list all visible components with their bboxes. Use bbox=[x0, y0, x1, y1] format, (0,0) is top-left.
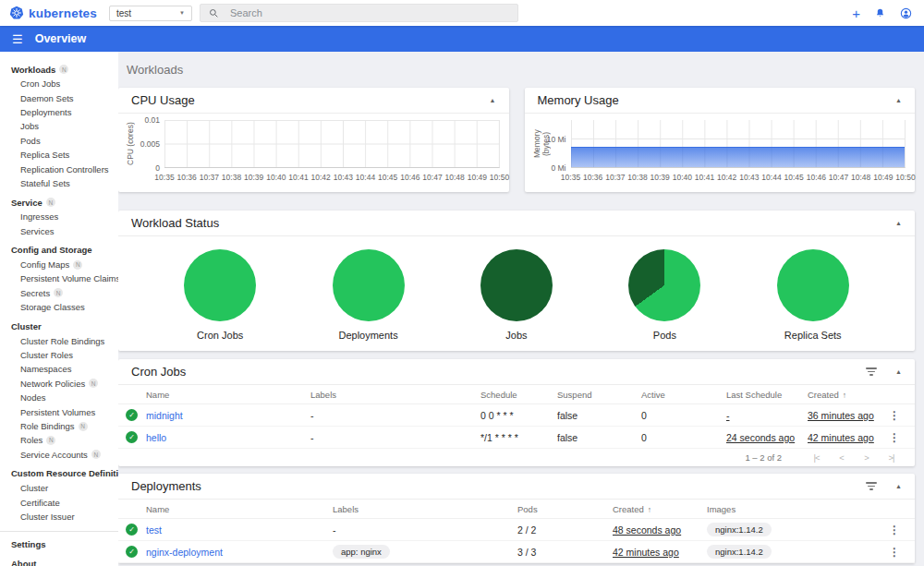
column-header-last-schedule[interactable]: Last Schedule bbox=[726, 390, 808, 400]
collapse-arrow-icon[interactable]: ▲ bbox=[895, 97, 902, 103]
filter-icon[interactable] bbox=[866, 482, 877, 490]
collapse-arrow-icon[interactable]: ▲ bbox=[895, 368, 902, 375]
column-header-schedule[interactable]: Schedule bbox=[480, 390, 557, 400]
new-items-badge: N bbox=[73, 260, 82, 270]
column-header-suspend[interactable]: Suspend bbox=[557, 390, 641, 400]
sidebar-item-label: Ingresses bbox=[20, 211, 58, 222]
sidebar-item-config-maps[interactable]: Config MapsN bbox=[0, 258, 118, 271]
y-tick-label: 0 bbox=[155, 163, 160, 173]
cron-jobs-table-body: ✓midnight-0 0 * * *false0-36 minutes ago… bbox=[118, 404, 915, 449]
cell-schedule: 0 0 * * * bbox=[480, 410, 557, 421]
sidebar-item-workloads[interactable]: WorkloadsN bbox=[0, 62, 118, 77]
panel-header: CPU Usage ▲ bbox=[118, 88, 509, 114]
sidebar-item-service-accounts[interactable]: Service AccountsN bbox=[0, 448, 118, 462]
namespace-selector[interactable]: test ▼ bbox=[109, 6, 192, 21]
last-page-icon[interactable]: >| bbox=[879, 452, 904, 463]
column-header-pods[interactable]: Pods bbox=[517, 504, 613, 514]
sidebar-item-storage-classes[interactable]: Storage Classes bbox=[0, 300, 118, 314]
column-header-name[interactable]: Name bbox=[146, 390, 310, 400]
sidebar-item-secrets[interactable]: SecretsN bbox=[0, 286, 118, 300]
collapse-arrow-icon[interactable]: ▲ bbox=[895, 483, 902, 489]
pie-label: Replica Sets bbox=[784, 330, 842, 341]
sidebar-item-label: Service bbox=[11, 198, 43, 208]
first-page-icon[interactable]: |< bbox=[804, 452, 829, 463]
create-resource-button plus-icon[interactable]: + bbox=[852, 6, 860, 20]
sidebar-item-service[interactable]: ServiceN bbox=[0, 195, 118, 210]
sidebar-item-ingresses[interactable]: Ingresses bbox=[0, 210, 118, 223]
sidebar-item-stateful-sets[interactable]: Stateful Sets bbox=[0, 176, 118, 190]
sidebar-item-cluster[interactable]: Cluster bbox=[0, 481, 118, 495]
column-header-labels[interactable]: Labels bbox=[333, 504, 517, 514]
sidebar-item-deployments[interactable]: Deployments bbox=[0, 105, 118, 119]
sidebar-item-nodes[interactable]: Nodes bbox=[0, 391, 118, 404]
column-header-created[interactable]: Created↑ bbox=[808, 390, 883, 400]
sidebar-item-cluster-roles[interactable]: Cluster Roles bbox=[0, 348, 118, 362]
cronjob-name-link[interactable]: hello bbox=[146, 432, 310, 443]
column-header-images[interactable]: Images bbox=[707, 504, 883, 514]
panel-title: Cron Jobs bbox=[131, 365, 866, 379]
sidebar-item-namespaces[interactable]: Namespaces bbox=[0, 362, 118, 376]
sidebar-item-pods[interactable]: Pods bbox=[0, 134, 118, 148]
sidebar-item-network-policies[interactable]: Network PoliciesN bbox=[0, 377, 118, 391]
deployment-name-link[interactable]: nginx-deployment bbox=[146, 547, 333, 558]
sidebar-item-certificate[interactable]: Certificate bbox=[0, 495, 118, 509]
kebab-menu-icon[interactable]: ⋮ bbox=[883, 431, 906, 444]
column-header-active[interactable]: Active bbox=[641, 390, 726, 400]
kebab-menu-icon[interactable]: ⋮ bbox=[883, 524, 906, 536]
column-header-name[interactable]: Name bbox=[146, 504, 333, 514]
sidebar-item-replication-controllers[interactable]: Replication Controllers bbox=[0, 162, 118, 175]
sidebar-item-cron-jobs[interactable]: Cron Jobs bbox=[0, 77, 118, 90]
x-tick-label: 10:42 bbox=[311, 173, 331, 182]
next-page-icon[interactable]: > bbox=[854, 452, 879, 463]
sidebar-item-persistent-volumes[interactable]: Persistent Volumes bbox=[0, 404, 118, 418]
sort-arrow-icon: ↑ bbox=[843, 391, 846, 400]
search-bar[interactable] bbox=[200, 4, 518, 22]
sidebar-item-services[interactable]: Services bbox=[0, 224, 118, 238]
account-user-icon[interactable] bbox=[900, 7, 912, 19]
sidebar-item-daemon-sets[interactable]: Daemon Sets bbox=[0, 90, 118, 104]
sidebar-item-role-bindings[interactable]: Role BindingsN bbox=[0, 419, 118, 433]
search-input[interactable] bbox=[228, 6, 509, 19]
pagination: 1 – 2 of 2 |< < > >| bbox=[118, 449, 915, 466]
page-title: Workloads bbox=[127, 63, 915, 77]
cell-pods: 3 / 3 bbox=[517, 547, 613, 558]
collapse-arrow-icon[interactable]: ▲ bbox=[895, 220, 902, 226]
sidebar-item-persistent-volume-claims[interactable]: Persistent Volume ClaimsN bbox=[0, 271, 118, 285]
sidebar-item-label: Config Maps bbox=[20, 259, 69, 270]
sidebar-item-replica-sets[interactable]: Replica Sets bbox=[0, 148, 118, 162]
x-tick-label: 10:43 bbox=[334, 173, 353, 182]
y-axis-title: CPU (cores) bbox=[126, 120, 138, 168]
prev-page-icon[interactable]: < bbox=[829, 452, 854, 463]
sidebar-item-jobs[interactable]: Jobs bbox=[0, 119, 118, 133]
kubernetes-logo[interactable]: kubernetes bbox=[0, 6, 109, 20]
sidebar-item-roles[interactable]: RolesN bbox=[0, 433, 118, 447]
cron-jobs-panel: Cron Jobs ▲ NameLabelsScheduleSuspendAct… bbox=[118, 359, 915, 466]
sidebar-item-label: Daemon Sets bbox=[20, 93, 74, 103]
hamburger-menu-icon[interactable]: ☰ bbox=[12, 33, 23, 45]
column-header-created[interactable]: Created↑ bbox=[613, 504, 707, 514]
cell-last-schedule: - bbox=[726, 410, 808, 421]
sidebar-item-custom-resource-definitions: Custom Resource Definitions bbox=[0, 466, 118, 481]
status-ok-icon: ✓ bbox=[126, 409, 138, 421]
sidebar-item-label: Nodes bbox=[20, 392, 45, 403]
notifications-bell-icon[interactable] bbox=[874, 7, 886, 19]
filter-icon[interactable] bbox=[866, 367, 877, 376]
cronjob-name-link[interactable]: midnight bbox=[146, 410, 310, 421]
column-header-labels[interactable]: Labels bbox=[310, 390, 480, 400]
kebab-menu-icon[interactable]: ⋮ bbox=[883, 546, 906, 559]
cpu-y-axis: 0.010.0050 bbox=[138, 120, 164, 168]
sidebar-item-cluster-issuer[interactable]: Cluster Issuer bbox=[0, 510, 118, 524]
x-tick-label: 10:41 bbox=[288, 173, 308, 182]
kebab-menu-icon[interactable]: ⋮ bbox=[883, 409, 906, 422]
sidebar-item-cluster-role-bindings[interactable]: Cluster Role Bindings bbox=[0, 333, 118, 347]
cell-pods: 2 / 2 bbox=[517, 524, 613, 536]
cell-created: 36 minutes ago bbox=[808, 410, 883, 421]
collapse-arrow-icon[interactable]: ▲ bbox=[490, 97, 496, 103]
sidebar-item-about[interactable]: About bbox=[0, 556, 118, 566]
deployment-name-link[interactable]: test bbox=[146, 524, 333, 536]
y-tick-label: 0.01 bbox=[144, 115, 160, 125]
cell-active: 0 bbox=[641, 432, 726, 443]
sidebar-item-settings[interactable]: Settings bbox=[0, 536, 118, 551]
pie-chart bbox=[777, 249, 849, 321]
pie-label: Cron Jobs bbox=[197, 330, 243, 341]
